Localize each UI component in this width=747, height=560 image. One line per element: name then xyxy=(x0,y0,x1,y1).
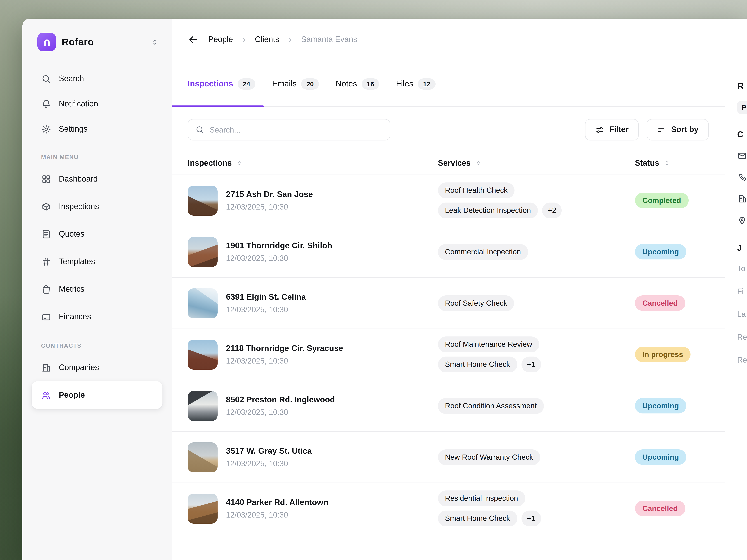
detail-label: Fi xyxy=(737,287,747,296)
tab-label: Inspections xyxy=(188,79,233,89)
sidebar-item-quotes[interactable]: Quotes xyxy=(32,220,162,248)
detail-label: To xyxy=(737,264,747,273)
column-label: Inspections xyxy=(188,159,232,168)
back-button[interactable] xyxy=(188,34,199,45)
inspection-datetime: 12/03/2025, 10:30 xyxy=(226,203,313,211)
service-tag: Roof Condition Assessment xyxy=(438,398,544,414)
search-icon xyxy=(41,74,51,84)
service-tag: Roof Health Check xyxy=(438,183,515,198)
tab-notes[interactable]: Notes16 xyxy=(327,61,388,106)
sidebar-item-label: Dashboard xyxy=(59,175,98,184)
address-block: 4140 Parker Rd. Allentown12/03/2025, 10:… xyxy=(226,498,328,519)
inspection-cell: 8502 Preston Rd. Inglewood12/03/2025, 10… xyxy=(188,391,438,421)
services-cell: Roof Health CheckLeak Detection Inspecti… xyxy=(438,183,635,218)
sort-button[interactable]: Sort by xyxy=(647,119,709,140)
bell-icon xyxy=(41,99,51,109)
mail-icon xyxy=(737,151,747,161)
inspection-address: 6391 Elgin St. Celina xyxy=(226,292,306,302)
table-row[interactable]: 4140 Parker Rd. Allentown12/03/2025, 10:… xyxy=(172,483,725,534)
status-badge: In progress xyxy=(635,347,691,362)
services-cell: New Roof Warranty Check xyxy=(438,449,635,465)
sidebar-item-label: Notification xyxy=(59,99,98,109)
search-box xyxy=(188,119,390,140)
tab-files[interactable]: Files12 xyxy=(388,61,444,106)
search-input[interactable] xyxy=(210,125,383,134)
breadcrumb-clients[interactable]: Clients xyxy=(255,35,279,44)
tab-count-badge: 16 xyxy=(362,78,379,89)
services-cell: Roof Condition Assessment xyxy=(438,398,635,414)
content-row: Inspections24Emails20Notes16Files12 Filt… xyxy=(172,61,747,560)
table-row[interactable]: 2715 Ash Dr. San Jose12/03/2025, 10:30Ro… xyxy=(172,175,725,226)
sidebar-item-inspections[interactable]: Inspections xyxy=(32,193,162,220)
filter-button[interactable]: Filter xyxy=(585,119,639,140)
service-line: Roof Health Check xyxy=(438,183,515,198)
sidebar-item-dashboard[interactable]: Dashboard xyxy=(32,165,162,193)
tab-emails[interactable]: Emails20 xyxy=(264,61,327,106)
inspection-address: 2118 Thornridge Cir. Syracuse xyxy=(226,344,343,353)
metrics-icon xyxy=(41,284,51,294)
sidebar-item-label: Templates xyxy=(59,257,95,266)
templates-icon xyxy=(41,257,51,267)
companies-icon xyxy=(41,363,51,373)
service-tag: Smart Home Check xyxy=(438,510,517,526)
contacts-heading: C xyxy=(737,130,747,139)
tab-count-badge: 24 xyxy=(238,78,255,89)
search-icon xyxy=(195,125,205,134)
inspection-address: 2715 Ash Dr. San Jose xyxy=(226,189,313,199)
address-block: 6391 Elgin St. Celina12/03/2025, 10:30 xyxy=(226,292,306,314)
sidebar-item-search[interactable]: Search xyxy=(32,66,162,91)
service-line: New Roof Warranty Check xyxy=(438,449,540,465)
service-tag: Commercial Incpection xyxy=(438,244,528,260)
status-badge: Upcoming xyxy=(635,449,687,465)
tab-inspections[interactable]: Inspections24 xyxy=(172,61,264,106)
service-more-tag: +1 xyxy=(521,510,541,526)
property-photo xyxy=(188,442,217,472)
tab-count-badge: 20 xyxy=(301,78,319,89)
column-header-status[interactable]: Status xyxy=(635,159,709,168)
service-line: Roof Safety Check xyxy=(438,295,514,311)
inspection-address: 8502 Preston Rd. Inglewood xyxy=(226,395,335,405)
sidebar-item-notification[interactable]: Notification xyxy=(32,91,162,117)
sidebar-item-finances[interactable]: Finances xyxy=(32,303,162,330)
column-header-services[interactable]: Services xyxy=(438,159,635,168)
property-photo xyxy=(188,237,217,267)
column-label: Services xyxy=(438,159,471,168)
service-tag: New Roof Warranty Check xyxy=(438,449,540,465)
address-block: 2715 Ash Dr. San Jose12/03/2025, 10:30 xyxy=(226,189,313,211)
table-header: Inspections Services Status xyxy=(172,152,725,175)
status-cell: Upcoming xyxy=(635,453,709,461)
sidebar-section-title: MAIN MENU xyxy=(41,154,162,161)
table-row[interactable]: 1901 Thornridge Cir. Shiloh12/03/2025, 1… xyxy=(172,226,725,278)
sidebar-item-label: Quotes xyxy=(59,230,84,239)
inspection-cell: 4140 Parker Rd. Allentown12/03/2025, 10:… xyxy=(188,494,438,524)
filter-icon xyxy=(595,125,604,134)
breadcrumb-people[interactable]: People xyxy=(208,35,233,44)
table-row[interactable]: 2118 Thornridge Cir. Syracuse12/03/2025,… xyxy=(172,329,725,380)
address-block: 2118 Thornridge Cir. Syracuse12/03/2025,… xyxy=(226,344,343,365)
service-line: Roof Condition Assessment xyxy=(438,398,544,414)
column-header-inspections[interactable]: Inspections xyxy=(188,159,438,168)
toolbar-right: Filter Sort by xyxy=(585,119,709,140)
sort-chevrons-icon xyxy=(475,160,482,167)
services-cell: Commercial Incpection xyxy=(438,244,635,260)
sidebar-item-label: Search xyxy=(59,74,84,83)
workspace-switcher[interactable]: Rofaro xyxy=(32,31,162,52)
sidebar-item-settings[interactable]: Settings xyxy=(32,117,162,142)
service-tag: Leak Detection Inspection xyxy=(438,203,538,218)
status-cell: Cancelled xyxy=(635,299,709,308)
sidebar-item-templates[interactable]: Templates xyxy=(32,248,162,275)
brand-name: Rofaro xyxy=(61,36,94,48)
inspection-datetime: 12/03/2025, 10:30 xyxy=(226,459,312,468)
table-row[interactable]: 8502 Preston Rd. Inglewood12/03/2025, 10… xyxy=(172,380,725,432)
table-row[interactable]: 6391 Elgin St. Celina12/03/2025, 10:30Ro… xyxy=(172,278,725,329)
table-row[interactable]: 3517 W. Gray St. Utica12/03/2025, 10:30N… xyxy=(172,432,725,483)
sidebar-item-companies[interactable]: Companies xyxy=(32,354,162,381)
sidebar-top-nav: SearchNotificationSettings xyxy=(32,66,162,142)
sidebar-item-people[interactable]: People xyxy=(32,381,162,409)
sidebar-item-metrics[interactable]: Metrics xyxy=(32,275,162,303)
sort-chevrons-icon xyxy=(236,160,243,167)
property-photo xyxy=(188,494,217,524)
breadcrumb-current: Samanta Evans xyxy=(301,35,357,44)
service-line: Commercial Incpection xyxy=(438,244,528,260)
service-line: Roof Maintenance Review xyxy=(438,337,539,352)
